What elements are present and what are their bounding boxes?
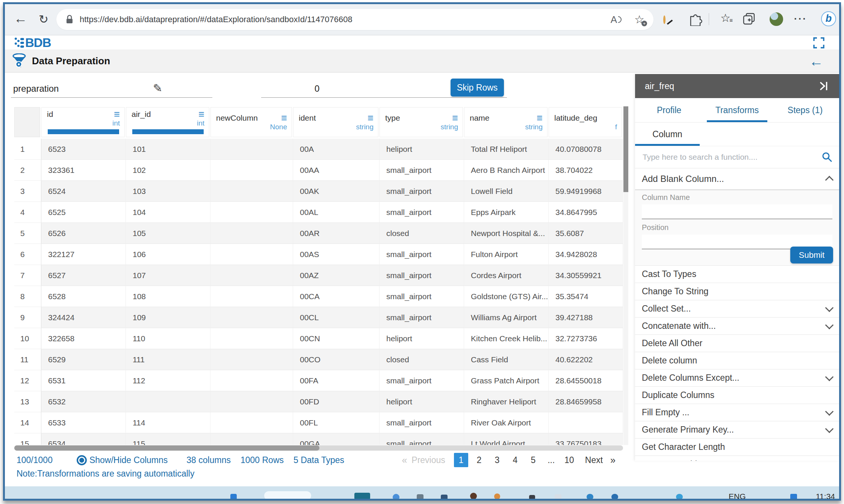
- function-label: Duplicate Columns: [642, 390, 714, 400]
- table-cell: small_airport: [380, 181, 464, 202]
- taskbar-icon[interactable]: [676, 494, 683, 499]
- function-item[interactable]: Get JSON Objects: [635, 456, 839, 461]
- function-item[interactable]: Change To String: [635, 283, 839, 300]
- add-blank-column-header[interactable]: Add Blank Column...: [635, 168, 839, 190]
- column-header-air_id[interactable]: air_id≡int101 - 150: [126, 107, 209, 137]
- column-menu-icon[interactable]: ≡: [198, 110, 204, 118]
- taskbar-icon[interactable]: [354, 493, 370, 499]
- column-header-type[interactable]: type≡string: [380, 107, 463, 137]
- password-extension-icon[interactable]: [663, 15, 666, 24]
- taskbar-icon[interactable]: [611, 494, 618, 499]
- pagination-page-2[interactable]: 2: [472, 453, 486, 467]
- pagination-page-1[interactable]: 1: [454, 453, 468, 467]
- taskbar-search-box[interactable]: [264, 491, 311, 499]
- function-item[interactable]: Delete All Other: [635, 335, 839, 352]
- vertical-scrollbar-thumb[interactable]: [623, 106, 628, 192]
- tab-profile[interactable]: Profile: [635, 98, 703, 122]
- function-item[interactable]: Collect Set...: [635, 300, 839, 318]
- browser-back-icon[interactable]: ←: [14, 10, 27, 27]
- show-hide-columns[interactable]: Show/Hide Columns: [77, 455, 168, 465]
- function-item[interactable]: Generate Primary Key...: [635, 421, 839, 439]
- tab-transforms[interactable]: Transforms: [703, 98, 771, 122]
- read-aloud-icon[interactable]: A: [611, 14, 622, 26]
- horizontal-scrollbar[interactable]: [14, 445, 623, 451]
- profile-avatar[interactable]: [770, 12, 783, 26]
- table-row: 5652610500ARclosedNewport Hospital &...3…: [14, 223, 623, 244]
- bing-chat-icon[interactable]: b: [821, 11, 836, 26]
- taskbar-icon[interactable]: [790, 494, 797, 499]
- browser-refresh-icon[interactable]: ↻: [39, 11, 48, 28]
- column-menu-icon[interactable]: ≡: [368, 114, 374, 122]
- column-menu-icon[interactable]: ≡: [281, 114, 287, 122]
- add-favorite-icon[interactable]: ☆+: [634, 14, 644, 25]
- submit-button[interactable]: Submit: [790, 247, 833, 263]
- taskbar-language[interactable]: ENG: [729, 492, 746, 499]
- table-cell: Aero B Ranch Airport: [464, 160, 549, 181]
- taskbar-icon[interactable]: [529, 495, 535, 499]
- pagination-page-5[interactable]: 5: [526, 453, 540, 467]
- column-name-field[interactable]: [642, 204, 832, 219]
- pagination-page-4[interactable]: 4: [508, 453, 522, 467]
- function-item[interactable]: Delete column: [635, 352, 839, 369]
- table-cell: [210, 244, 293, 265]
- column-menu-icon[interactable]: ≡: [537, 114, 543, 122]
- taskbar-icon[interactable]: [470, 493, 477, 499]
- function-item[interactable]: Duplicate Columns: [635, 387, 839, 404]
- taskbar-icon[interactable]: [393, 494, 399, 499]
- collapse-panel-icon[interactable]: [818, 81, 829, 91]
- table-cell: 6532: [41, 391, 126, 412]
- column-header-ident[interactable]: ident≡string: [293, 107, 378, 137]
- taskbar-icon[interactable]: [494, 493, 500, 499]
- pagination-page-10[interactable]: 10: [562, 453, 576, 467]
- function-item[interactable]: Fill Empty ...: [635, 404, 839, 421]
- edit-pencil-icon[interactable]: ✎: [153, 82, 162, 95]
- pagination-prev-arrow[interactable]: «: [402, 455, 407, 466]
- column-menu-icon[interactable]: ≡: [452, 114, 458, 122]
- search-icon[interactable]: [822, 152, 832, 162]
- function-item[interactable]: Concatenate with...: [635, 318, 839, 335]
- favorites-bar-icon[interactable]: ☆≡: [720, 12, 731, 24]
- pagination-next[interactable]: Next: [585, 455, 603, 465]
- taskbar-clock[interactable]: 11:34: [816, 492, 835, 499]
- function-item[interactable]: Cast To Types: [635, 266, 839, 283]
- pagination-page-3[interactable]: 3: [490, 453, 504, 467]
- vertical-scrollbar[interactable]: [623, 106, 628, 445]
- collections-icon[interactable]: [742, 12, 756, 26]
- preparation-name-input[interactable]: [11, 80, 212, 98]
- skip-rows-button[interactable]: Skip Rows: [451, 79, 504, 97]
- column-type-label: string: [299, 123, 374, 131]
- taskbar-icon[interactable]: [230, 494, 237, 499]
- table-cell: 35.35474: [549, 286, 623, 307]
- column-menu-icon[interactable]: ≡: [114, 110, 120, 118]
- table-cell: 00CO: [293, 349, 380, 370]
- function-label: Delete Columns Except...: [642, 373, 740, 383]
- address-bar[interactable]: https://dev.bdb.ai/dataprepration/#/data…: [56, 9, 653, 30]
- function-item[interactable]: Get Character Length: [635, 439, 839, 456]
- taskbar-icon[interactable]: [555, 494, 561, 499]
- column-type-label: string: [385, 123, 458, 131]
- column-header-id[interactable]: id≡int4.7k - 342.4k: [41, 107, 125, 137]
- column-header-newColumn[interactable]: newColumn≡None: [210, 107, 292, 137]
- pagination-next-arrow[interactable]: »: [610, 455, 616, 466]
- table-cell: [549, 412, 623, 433]
- horizontal-scrollbar-thumb[interactable]: [14, 445, 319, 451]
- pagination-previous[interactable]: Previous: [411, 455, 445, 465]
- table-cell: 6527: [41, 265, 126, 286]
- more-options-icon[interactable]: ···: [794, 13, 807, 25]
- table-cell: small_airport: [380, 244, 464, 265]
- fullscreen-icon[interactable]: [813, 37, 825, 49]
- function-item[interactable]: Delete Columns Except...: [635, 369, 839, 387]
- column-header-name[interactable]: name≡string: [464, 107, 548, 137]
- column-header-latitude_deg[interactable]: latitude_degf: [549, 107, 622, 137]
- tab-steps-1-[interactable]: Steps (1): [771, 98, 839, 122]
- subtab-column[interactable]: Column: [635, 123, 700, 146]
- function-search-input[interactable]: [642, 152, 822, 162]
- extensions-puzzle-icon[interactable]: [688, 12, 702, 26]
- taskbar-icon[interactable]: [441, 495, 448, 499]
- taskbar-icon[interactable]: [417, 494, 424, 499]
- transforms-panel: air_freq ProfileTransformsSteps (1) Colu…: [635, 74, 839, 461]
- taskbar-icon[interactable]: [587, 494, 593, 499]
- pagination-ellipsis[interactable]: ...: [544, 453, 558, 467]
- back-arrow-icon[interactable]: ←: [809, 54, 823, 68]
- table-cell: small_airport: [380, 433, 464, 445]
